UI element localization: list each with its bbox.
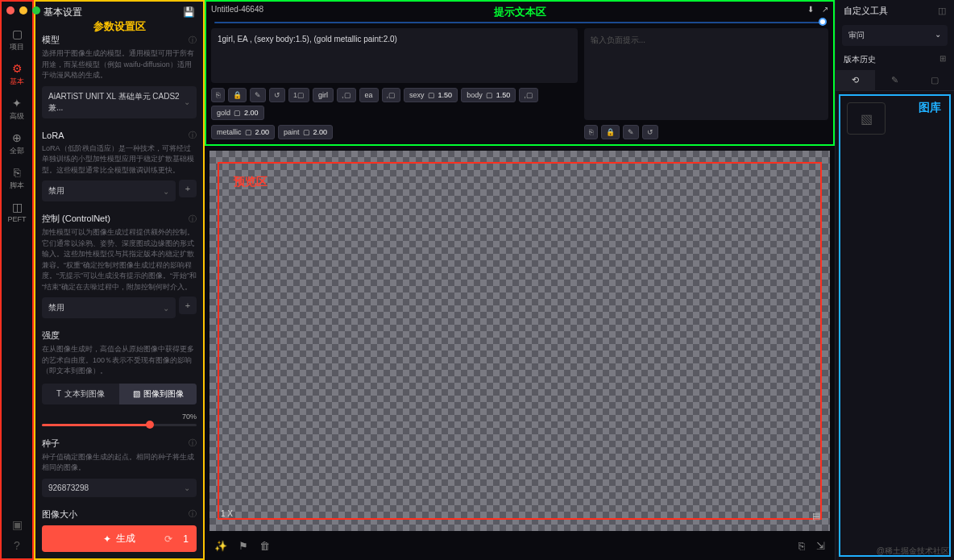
export-icon[interactable]: ⇲ (816, 540, 825, 552)
comma-icon[interactable]: ,▢ (337, 88, 356, 102)
control-select[interactable]: 禁用⌄ (42, 297, 176, 318)
generate-button[interactable]: ✦ 生成 ⟳ 1 (42, 525, 197, 552)
tag-ea[interactable]: ea (359, 88, 379, 102)
copy-icon[interactable]: ⎘ (584, 125, 598, 139)
tab-peft[interactable]: ◫PEFT (0, 196, 34, 228)
control-title: 控制 (ControlNet) (42, 213, 110, 225)
help-icon[interactable]: ? (10, 539, 23, 552)
tools-title: 自定义工具 (844, 5, 888, 17)
clear-icon[interactable]: 🗑 (259, 540, 270, 552)
strength-title: 强度 (42, 330, 60, 342)
sparkle-icon: ✦ (103, 533, 111, 545)
flag-icon[interactable]: ⚑ (238, 540, 248, 552)
strength-value: 70% (182, 413, 197, 421)
model-select[interactable]: AiARTiST UNIT XL 基础单元 CADS2兼...⌄ (42, 86, 197, 118)
chevron-down-icon: ⌄ (184, 483, 190, 492)
reset-icon[interactable]: ↺ (269, 88, 285, 102)
right-panel: 自定义工具◫ 审问⌄ 版本历史⊞ ⟲ ✎ ▢ 图库 ▧ (835, 0, 954, 560)
gear-icon: ⚙ (10, 62, 23, 75)
seed-title: 种子 (42, 438, 60, 450)
strength-slider[interactable] (42, 424, 197, 426)
prompt-weight-slider[interactable] (214, 22, 825, 23)
tab-all[interactable]: ⊕全部 (0, 127, 34, 161)
tag-girl[interactable]: girl (313, 88, 334, 102)
chevron-down-icon: ⌄ (163, 304, 169, 313)
sync-icon[interactable]: ⟳ (164, 533, 172, 545)
tab-bar: ▢项目 ⚙基本 ✦高级 ⊕全部 ⎘脚本 ◫PEFT ▣ ? Tab栏 (0, 0, 34, 560)
annotation-settings: 参数设置区 (93, 19, 146, 34)
add-lora-button[interactable]: + (179, 180, 197, 197)
peft-icon: ◫ (10, 201, 23, 214)
tab-script[interactable]: ⎘脚本 (0, 161, 34, 196)
model-desc: 选择用于图像生成的模型。通用模型可用于所有用途，而某些模型（例如 waifu-d… (42, 48, 197, 81)
edit-icon[interactable]: ✎ (623, 125, 639, 139)
sparkle-icon: ✦ (10, 97, 23, 110)
zoom-level: 1 X (221, 509, 233, 518)
wand-icon[interactable]: ✨ (214, 540, 227, 552)
lora-select[interactable]: 禁用⌄ (42, 180, 176, 201)
script-icon: ⎘ (10, 166, 23, 179)
seed-input[interactable]: 926873298⌄ (42, 479, 197, 497)
one-icon[interactable]: 1▢ (288, 88, 309, 102)
project-icon: ▢ (10, 27, 23, 40)
history-tab-edit[interactable]: ✎ (875, 70, 915, 90)
log-icon[interactable]: ▣ (10, 518, 23, 531)
history-tab-save[interactable]: ▢ (915, 70, 954, 90)
lora-title: LoRA (42, 131, 64, 140)
save-icon[interactable]: 💾 (183, 6, 195, 18)
info-icon[interactable]: ⓘ (189, 130, 197, 141)
image-icon: ▧ (133, 389, 140, 398)
add-control-button[interactable]: + (179, 297, 197, 314)
lock-icon[interactable]: 🔒 (601, 125, 620, 139)
info-icon[interactable]: ⓘ (189, 214, 197, 225)
panel-icon[interactable]: ◫ (938, 6, 946, 16)
lock-icon[interactable]: 🔒 (228, 88, 247, 102)
center-area: Untitled-46648 ⬇ ↗ 提示文本区 1girl, EA , (se… (205, 0, 835, 560)
tab-advanced[interactable]: ✦高级 (0, 92, 34, 127)
tool-select[interactable]: 审问⌄ (842, 25, 948, 46)
gen-count: 1 (183, 533, 189, 545)
positive-prompt-input[interactable]: 1girl, EA , (sexy body:1.5), (gold metal… (211, 28, 578, 83)
grid-icon[interactable]: ⊞ (939, 54, 946, 65)
tab-basic[interactable]: ⚙基本 (0, 57, 34, 92)
tab-project[interactable]: ▢项目 (0, 23, 34, 57)
all-icon: ⊕ (10, 131, 23, 144)
document-title: Untitled-46648 (211, 5, 263, 14)
model-title: 模型 (42, 34, 60, 46)
tag-paint[interactable]: paint ▢ 2.00 (278, 125, 333, 139)
tag-metallic[interactable]: metallic ▢ 2.00 (211, 125, 275, 139)
comma-icon[interactable]: ,▢ (519, 88, 538, 102)
gallery-thumb[interactable]: ▧ (847, 102, 886, 135)
copy-out-icon[interactable]: ⎘ (798, 540, 805, 552)
seed-desc: 种子值确定图像生成的起点。相同的种子将生成相同的图像。 (42, 452, 197, 474)
strength-desc: 在从图像生成时，高值会从原始图像中获得更多的艺术自由度。100％表示不受现有图像… (42, 344, 197, 377)
settings-panel: 基本设置 💾 参数设置区 模型ⓘ 选择用于图像生成的模型。通用模型可用于所有用途… (34, 0, 205, 560)
info-icon[interactable]: ⓘ (189, 438, 197, 449)
chevron-down-icon: ⌄ (935, 30, 941, 41)
share-icon[interactable]: ↗ (822, 5, 828, 14)
mode-i2i[interactable]: ▧图像到图像 (119, 384, 197, 404)
tag-gold[interactable]: gold ▢ 2.00 (211, 106, 264, 120)
history-tab-time[interactable]: ⟲ (836, 70, 875, 90)
negative-prompt-input[interactable]: 输入负面提示... (584, 28, 828, 120)
reset-icon[interactable]: ↺ (642, 125, 658, 139)
lora-desc: LoRA（低阶秩自适应）是一种技术，可将经过单独训练的小型加性模型应用于稳定扩散… (42, 143, 197, 176)
watermark: @稀土掘金技术社区 (877, 545, 949, 557)
preview-bounds (218, 162, 822, 520)
copy-icon[interactable]: ⎘ (211, 88, 225, 102)
tag-sexy[interactable]: sexy ▢ 1.50 (404, 88, 458, 102)
annotation-preview: 预览区 (234, 175, 268, 189)
bottom-toolbar: ✨ ⚑ 🗑 ⎘ ⇲ (205, 531, 835, 560)
history-title: 版本历史 (844, 54, 876, 65)
mode-t2i[interactable]: T文本到图像 (42, 384, 119, 404)
tag-body[interactable]: body ▢ 1.50 (461, 88, 516, 102)
info-icon[interactable]: ⓘ (189, 35, 197, 46)
download-icon[interactable]: ⬇ (807, 5, 814, 14)
comma-icon[interactable]: ,▢ (382, 88, 401, 102)
layers-icon[interactable]: ▤ (812, 511, 820, 521)
size-title: 图像大小 (42, 508, 77, 520)
edit-icon[interactable]: ✎ (250, 88, 266, 102)
control-desc: 加性模型可以为图像生成过程提供额外的控制。它们通常以涂鸦、姿势、深度图或边缘图的… (42, 227, 197, 292)
preview-canvas[interactable]: 预览区 1 X ▤ (209, 151, 830, 531)
info-icon[interactable]: ⓘ (189, 508, 197, 519)
